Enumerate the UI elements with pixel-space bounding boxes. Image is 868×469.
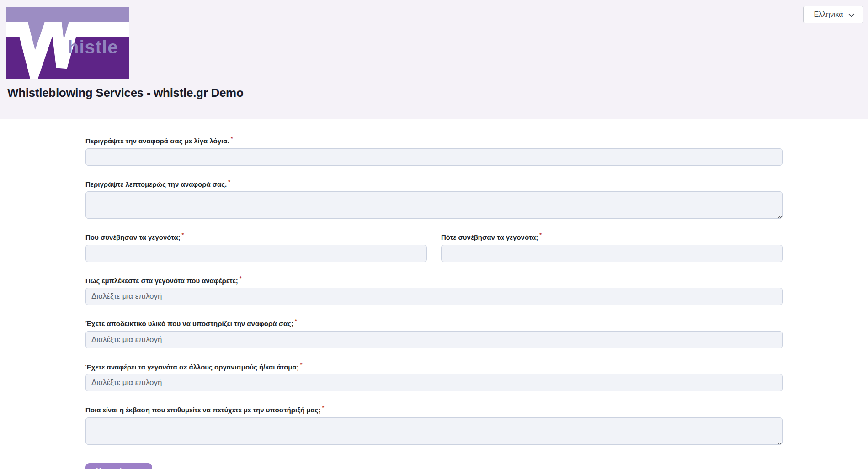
- field-group-where: Που συνέβησαν τα γεγονότα;*: [85, 232, 427, 262]
- where-label: Που συνέβησαν τα γεγονότα;*: [85, 232, 427, 242]
- required-asterisk: *: [322, 405, 324, 411]
- language-select-value: Ελληνικά: [814, 11, 843, 19]
- required-asterisk: *: [240, 275, 242, 282]
- page-title: Whistleblowing Services - whistle.gr Dem…: [7, 86, 243, 100]
- reported-label: Έχετε αναφέρει τα γεγονότα σε άλλους οργ…: [85, 362, 783, 371]
- required-asterisk: *: [228, 179, 230, 185]
- field-group-outcome: Ποια είναι η έκβαση που επιθυμείτε να πε…: [85, 405, 783, 445]
- logo-light-band: [6, 7, 129, 22]
- page-header: histle Whistleblowing Services - whistle…: [0, 0, 868, 119]
- field-group-when: Πότε συνέβησαν τα γεγονότα;*: [441, 232, 783, 262]
- field-group-details: Περιγράψτε λεπτομερώς την αναφορά σας.*: [85, 179, 783, 219]
- field-group-evidence: Έχετε αποδεικτικό υλικό που να υποστηρίζ…: [85, 319, 783, 348]
- whistle-logo[interactable]: histle: [6, 7, 129, 79]
- when-label: Πότε συνέβησαν τα γεγονότα;*: [441, 232, 783, 242]
- required-asterisk: *: [300, 362, 303, 368]
- involvement-label: Πως εμπλέκεστε στα γεγονότα που αναφέρετ…: [85, 276, 783, 285]
- summary-input[interactable]: [85, 148, 783, 166]
- outcome-textarea[interactable]: [85, 417, 783, 445]
- chevron-down-icon: [848, 11, 854, 17]
- required-asterisk: *: [182, 232, 184, 238]
- required-asterisk: *: [231, 136, 233, 142]
- involvement-select[interactable]: [85, 288, 783, 305]
- details-textarea[interactable]: [85, 191, 783, 219]
- evidence-label: Έχετε αποδεικτικό υλικό που να υποστηρίζ…: [85, 319, 783, 328]
- field-group-involvement: Πως εμπλέκεστε στα γεγονότα που αναφέρετ…: [85, 276, 783, 306]
- field-group-reported: Έχετε αναφέρει τα γεγονότα σε άλλους οργ…: [85, 362, 783, 392]
- required-asterisk: *: [295, 318, 297, 325]
- outcome-label: Ποια είναι η έκβαση που επιθυμείτε να πε…: [85, 405, 783, 414]
- language-select[interactable]: Ελληνικά: [803, 6, 863, 23]
- field-row-where-when: Που συνέβησαν τα γεγονότα;* Πότε συνέβησ…: [85, 232, 783, 262]
- reported-select[interactable]: [85, 374, 783, 391]
- evidence-select[interactable]: [85, 331, 783, 348]
- report-form: Περιγράψτε την αναφορά σας με λίγα λόγια…: [0, 119, 868, 469]
- when-input[interactable]: [441, 245, 783, 262]
- submit-button[interactable]: Καταχώρηση: [85, 463, 152, 469]
- details-label: Περιγράψτε λεπτομερώς την αναφορά σας.*: [85, 179, 783, 189]
- where-input[interactable]: [85, 245, 427, 262]
- summary-label: Περιγράψτε την αναφορά σας με λίγα λόγια…: [85, 136, 783, 145]
- logo-wordmark: histle: [68, 37, 118, 57]
- field-group-summary: Περιγράψτε την αναφορά σας με λίγα λόγια…: [85, 136, 783, 166]
- required-asterisk: *: [539, 232, 542, 238]
